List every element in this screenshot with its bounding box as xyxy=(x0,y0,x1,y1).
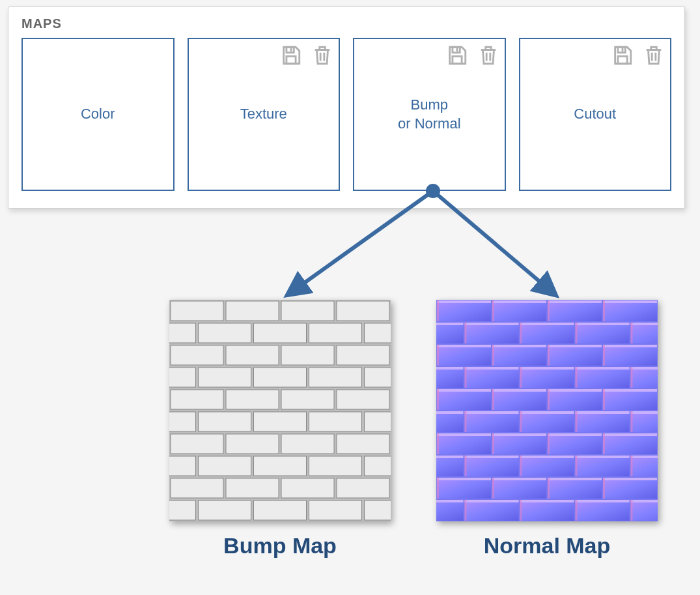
svg-rect-22 xyxy=(226,301,279,321)
svg-rect-177 xyxy=(465,411,519,432)
svg-rect-228 xyxy=(437,478,491,499)
svg-rect-109 xyxy=(520,323,574,325)
trash-icon[interactable] xyxy=(477,44,499,69)
svg-rect-179 xyxy=(465,411,467,432)
svg-rect-106 xyxy=(465,323,519,325)
svg-rect-178 xyxy=(465,411,519,414)
bump-map-swatch xyxy=(169,300,391,521)
svg-rect-72 xyxy=(337,478,389,498)
svg-rect-93 xyxy=(603,300,657,321)
svg-rect-159 xyxy=(492,389,546,410)
svg-rect-21 xyxy=(171,301,223,321)
slot-action-icons xyxy=(280,44,333,69)
svg-rect-139 xyxy=(436,367,464,370)
svg-rect-236 xyxy=(548,478,550,499)
svg-rect-138 xyxy=(436,367,464,388)
svg-rect-24 xyxy=(337,301,389,321)
map-slot-color[interactable]: Color xyxy=(21,38,175,191)
svg-rect-165 xyxy=(603,389,657,410)
save-icon[interactable] xyxy=(611,44,634,69)
svg-rect-92 xyxy=(548,300,550,321)
svg-rect-200 xyxy=(548,433,550,454)
svg-rect-174 xyxy=(436,411,464,432)
map-slot-cutout[interactable]: Cutout xyxy=(519,38,672,191)
svg-rect-86 xyxy=(437,300,439,321)
svg-rect-157 xyxy=(437,389,491,392)
svg-rect-151 xyxy=(631,367,658,370)
map-slots-row: Color Texture Bump or xyxy=(21,38,671,191)
svg-rect-180 xyxy=(520,411,574,432)
svg-rect-149 xyxy=(576,367,578,388)
svg-rect-182 xyxy=(520,411,522,432)
svg-rect-213 xyxy=(465,456,519,476)
svg-rect-66 xyxy=(309,456,362,476)
svg-rect-123 xyxy=(492,345,546,366)
svg-rect-214 xyxy=(465,456,519,458)
svg-rect-0 xyxy=(287,47,294,53)
sample-area: Bump Map Normal Map xyxy=(169,300,658,559)
trash-icon[interactable] xyxy=(643,44,665,69)
trash-icon[interactable] xyxy=(311,44,333,69)
svg-rect-201 xyxy=(603,433,657,454)
svg-rect-185 xyxy=(576,411,578,432)
svg-rect-188 xyxy=(631,411,633,432)
svg-rect-33 xyxy=(171,345,223,365)
svg-rect-197 xyxy=(492,433,494,454)
svg-rect-156 xyxy=(437,389,491,410)
normal-map-caption: Normal Map xyxy=(484,533,611,559)
svg-rect-237 xyxy=(603,478,657,499)
svg-rect-107 xyxy=(465,323,467,343)
svg-rect-257 xyxy=(576,500,578,521)
svg-rect-224 xyxy=(631,456,633,476)
svg-rect-47 xyxy=(281,390,334,409)
svg-rect-147 xyxy=(576,367,630,388)
slot-label: Cutout xyxy=(574,105,616,124)
svg-rect-144 xyxy=(520,367,574,388)
svg-rect-76 xyxy=(199,501,251,520)
svg-rect-250 xyxy=(465,500,519,502)
panel-title: MAPS xyxy=(21,16,671,31)
svg-rect-186 xyxy=(631,411,658,432)
slot-label: Color xyxy=(81,105,115,124)
svg-rect-162 xyxy=(548,389,602,410)
svg-rect-196 xyxy=(492,433,546,436)
svg-rect-146 xyxy=(520,367,522,388)
map-slot-bump-normal[interactable]: Bump or Normal xyxy=(353,38,506,191)
svg-rect-55 xyxy=(365,412,391,431)
svg-rect-221 xyxy=(576,456,578,476)
save-icon[interactable] xyxy=(280,44,302,69)
svg-rect-75 xyxy=(169,501,196,520)
map-slot-texture[interactable]: Texture xyxy=(188,38,341,191)
slot-label: Bump or Normal xyxy=(398,96,461,133)
maps-panel: MAPS Color Texture xyxy=(8,7,685,209)
svg-rect-218 xyxy=(520,456,522,476)
svg-rect-216 xyxy=(520,456,574,476)
svg-rect-232 xyxy=(492,478,546,480)
svg-rect-253 xyxy=(520,500,574,502)
svg-rect-130 xyxy=(603,345,657,347)
svg-rect-53 xyxy=(254,412,307,431)
svg-rect-222 xyxy=(631,456,658,476)
save-icon[interactable] xyxy=(446,44,468,69)
svg-rect-195 xyxy=(492,433,546,454)
svg-rect-70 xyxy=(226,478,279,498)
svg-rect-1 xyxy=(287,56,296,63)
svg-rect-164 xyxy=(548,389,550,410)
svg-rect-150 xyxy=(631,367,658,388)
svg-rect-95 xyxy=(603,300,605,321)
svg-rect-42 xyxy=(309,368,362,387)
svg-rect-45 xyxy=(171,390,223,409)
svg-rect-233 xyxy=(492,478,494,499)
svg-rect-255 xyxy=(576,500,630,521)
slot-action-icons xyxy=(446,44,499,69)
svg-rect-246 xyxy=(436,500,464,521)
svg-rect-124 xyxy=(492,345,546,347)
svg-rect-129 xyxy=(603,345,657,366)
svg-rect-79 xyxy=(365,501,391,520)
svg-rect-167 xyxy=(603,389,605,410)
svg-rect-181 xyxy=(520,411,574,414)
svg-rect-254 xyxy=(520,500,522,521)
svg-rect-161 xyxy=(492,389,494,410)
svg-rect-256 xyxy=(576,500,630,502)
svg-rect-108 xyxy=(520,323,574,343)
